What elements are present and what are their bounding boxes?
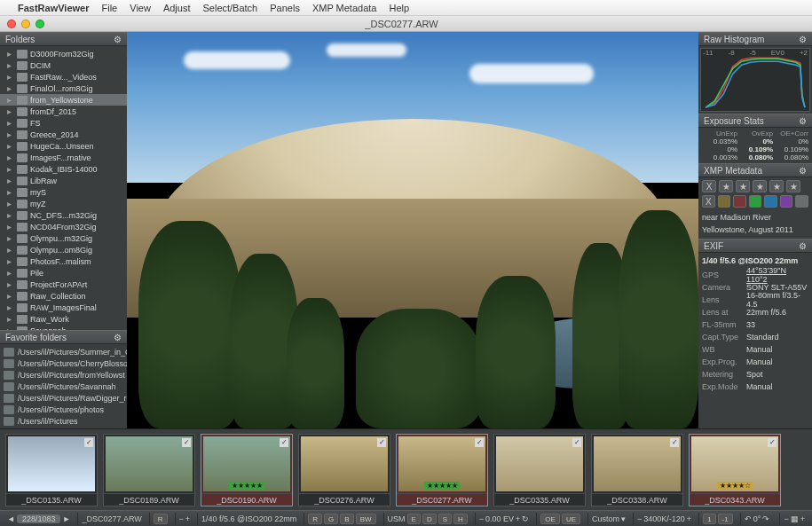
folder-item[interactable]: ▸myS <box>0 186 127 198</box>
rating-star-button[interactable]: ★ <box>719 180 733 192</box>
folder-item[interactable]: ▸D3000From32Gig <box>0 48 127 59</box>
histogram-gear-icon[interactable]: ⚙ <box>799 35 807 44</box>
wb-dropdown-icon[interactable]: ▾ <box>621 514 626 523</box>
disclosure-triangle-icon[interactable]: ▸ <box>7 302 14 312</box>
zoom-in-button[interactable]: + <box>185 514 190 523</box>
disclosure-triangle-icon[interactable]: ▸ <box>7 49 14 59</box>
thumbnail-checkbox[interactable]: ✓ <box>182 438 191 447</box>
folder-item[interactable]: ▸Olympu...m32Gig <box>0 232 127 244</box>
folder-item[interactable]: ▸FastRaw..._Videos <box>0 71 127 82</box>
window-zoom-button[interactable] <box>35 20 44 28</box>
disclosure-triangle-icon[interactable]: ▸ <box>7 314 14 324</box>
exposure-stats-header[interactable]: Exposure Stats ⚙ <box>698 114 812 128</box>
thumbnail-checkbox[interactable]: ✓ <box>768 438 777 447</box>
thumbnail[interactable]: ✓_DSC0189.ARW <box>103 434 195 506</box>
disclosure-triangle-icon[interactable]: ▸ <box>7 176 14 185</box>
folders-panel-header[interactable]: Folders ⚙ <box>0 32 127 46</box>
color-label-button[interactable] <box>749 195 762 208</box>
color-label-button[interactable] <box>764 195 777 208</box>
channel-bw-button[interactable]: BW <box>356 514 376 524</box>
folders-gear-icon[interactable]: ⚙ <box>114 35 122 44</box>
folder-item[interactable]: ▸ImagesF...rnative <box>0 152 127 163</box>
disclosure-triangle-icon[interactable]: ▸ <box>7 187 14 197</box>
favorites-list[interactable]: /Users/il/Pictures/Summer_in_C/Users/il/… <box>0 344 127 428</box>
thumbnail[interactable]: ✓_DSC0276.ARW <box>298 434 390 506</box>
disclosure-triangle-icon[interactable]: ▸ <box>7 291 14 301</box>
disclosure-triangle-icon[interactable]: ▸ <box>7 256 14 266</box>
exif-panel-header[interactable]: EXIF ⚙ <box>698 239 812 253</box>
folder-item[interactable]: ▸myZ <box>0 198 127 209</box>
color-label-button[interactable] <box>733 195 746 208</box>
xmp-rating-row[interactable]: X★★★★★ <box>702 180 808 192</box>
app-menu[interactable]: FastRawViewer <box>18 3 90 13</box>
favorite-item[interactable]: /Users/il/Pictures/Savannah <box>0 381 127 392</box>
xmp-gear-icon[interactable]: ⚙ <box>799 166 807 176</box>
rating-star-button[interactable]: ★ <box>753 180 767 192</box>
zoom-out-button[interactable]: − <box>179 514 184 523</box>
thumbnail-checkbox[interactable]: ✓ <box>475 438 484 447</box>
folders-tree[interactable]: ▸D3000From32Gig▸DCIM▸FastRaw..._Videos▸F… <box>0 46 127 330</box>
disclosure-triangle-icon[interactable]: ▸ <box>7 268 14 278</box>
folder-item[interactable]: ▸PhotosF...malism <box>0 255 127 267</box>
folder-item[interactable]: ▸ProjectForAPArt <box>0 279 127 290</box>
favorite-item[interactable]: /Users/il/Pictures/CherryBlosso <box>0 357 127 369</box>
favorite-item[interactable]: /Users/il/Pictures/fromYellowst <box>0 369 127 381</box>
wb-mode[interactable]: Custom <box>592 514 619 523</box>
thumb-size-minus-button[interactable]: − <box>784 514 788 523</box>
xmp-panel-header[interactable]: XMP Metadata ⚙ <box>698 163 812 177</box>
usm-d-button[interactable]: D <box>422 514 437 524</box>
disclosure-triangle-icon[interactable]: ▸ <box>7 130 14 139</box>
disclosure-triangle-icon[interactable]: ▸ <box>7 153 14 162</box>
disclosure-triangle-icon[interactable]: ▸ <box>7 95 14 105</box>
window-minimize-button[interactable] <box>21 20 30 28</box>
favorites-panel-header[interactable]: Favorite folders ⚙ <box>0 330 127 344</box>
folder-item[interactable]: ▸Olympu...om8Gig <box>0 244 127 255</box>
disclosure-triangle-icon[interactable]: ▸ <box>7 222 14 232</box>
folder-item[interactable]: ▸FS <box>0 117 127 129</box>
thumbnail-checkbox[interactable]: ✓ <box>84 438 93 447</box>
disclosure-triangle-icon[interactable]: ▸ <box>7 199 14 208</box>
channel-b-button[interactable]: B <box>340 514 353 524</box>
folder-item[interactable]: ▸NC_DFS...m32Gig <box>0 209 127 221</box>
histogram-panel-header[interactable]: Raw Histogram ⚙ <box>698 32 812 46</box>
color-label-clear-button[interactable]: X <box>702 195 715 208</box>
color-label-button[interactable] <box>795 195 808 208</box>
color-label-button[interactable] <box>718 195 731 208</box>
folder-item[interactable]: ▸RAW_ImagesFinal <box>0 302 127 313</box>
thumbnail[interactable]: ✓★★★★★_DSC0190.ARW <box>201 434 293 506</box>
disclosure-triangle-icon[interactable]: ▸ <box>7 60 14 70</box>
disclosure-triangle-icon[interactable]: ▸ <box>7 72 14 82</box>
folder-item[interactable]: ▸NCD04From32Gig <box>0 221 127 232</box>
usm-h-button[interactable]: H <box>453 514 468 524</box>
rotate-right-button[interactable]: ↷ <box>762 514 769 523</box>
menu-file[interactable]: File <box>102 3 118 13</box>
favorite-item[interactable]: /Users/il/Pictures/photos <box>0 404 127 415</box>
rating-clear-button[interactable]: X <box>702 180 716 192</box>
folder-item[interactable]: ▸from_Yellowstone <box>0 94 127 106</box>
disclosure-triangle-icon[interactable]: ▸ <box>7 164 14 174</box>
thumbnail-checkbox[interactable]: ✓ <box>572 438 581 447</box>
thumbnail-checkbox[interactable]: ✓ <box>280 438 288 447</box>
menu-adjust[interactable]: Adjust <box>163 3 191 13</box>
folder-item[interactable]: ▸Kodak_IBIS-14000 <box>0 163 127 175</box>
folder-item[interactable]: ▸Pile <box>0 267 127 279</box>
disclosure-triangle-icon[interactable]: ▸ <box>7 279 14 289</box>
thumb-grid-icon[interactable]: ▦ <box>791 514 799 523</box>
next-image-button[interactable]: ► <box>62 514 70 523</box>
wb-plus-button[interactable]: + <box>687 514 691 523</box>
usm-e-button[interactable]: E <box>407 514 421 524</box>
thumbnail[interactable]: ✓_DSC0335.ARW <box>493 434 586 506</box>
folder-item[interactable]: ▸HugeCa...Unseen <box>0 140 127 152</box>
exif-value[interactable]: 44°53'39"N 110°2 <box>746 266 808 284</box>
menu-view[interactable]: View <box>130 3 151 13</box>
disclosure-triangle-icon[interactable]: ▸ <box>7 245 14 255</box>
thumbnail[interactable]: ✓_DSC0135.ARW <box>5 434 98 506</box>
rating-star-button[interactable]: ★ <box>736 180 750 192</box>
folder-item[interactable]: ▸FinalOl...rom8Gig <box>0 82 127 94</box>
channel-g-button[interactable]: G <box>324 514 338 524</box>
favorite-item[interactable]: /Users/il/Pictures/RawDigger_ra <box>0 392 127 404</box>
ev-plus-button[interactable]: + <box>516 514 520 523</box>
usm-s-button[interactable]: S <box>438 514 452 524</box>
folder-item[interactable]: ▸Raw_Work <box>0 313 127 325</box>
disclosure-triangle-icon[interactable]: ▸ <box>7 210 14 220</box>
